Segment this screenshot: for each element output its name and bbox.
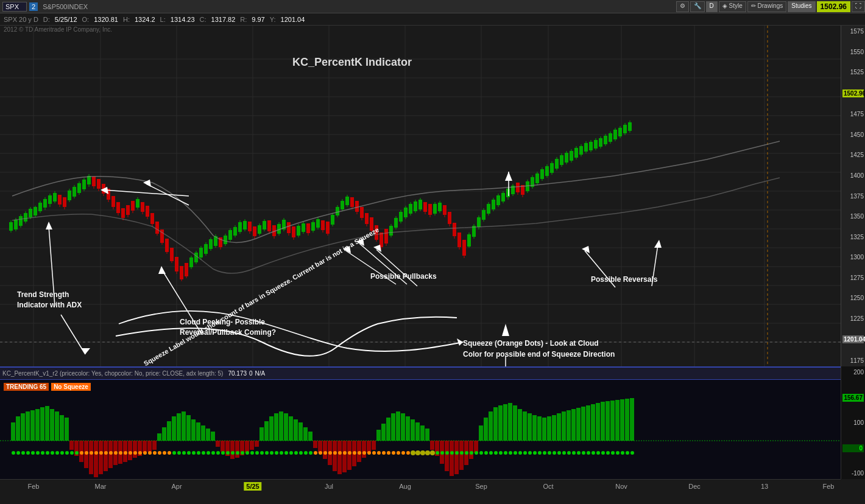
svg-point-526 — [430, 450, 435, 455]
svg-rect-355 — [221, 441, 225, 452]
svg-point-513 — [367, 451, 371, 455]
svg-rect-404 — [459, 441, 464, 470]
svg-rect-406 — [469, 441, 473, 459]
svg-rect-427 — [571, 409, 576, 441]
svg-rect-174 — [360, 207, 364, 218]
price-1300: 1300 — [842, 254, 864, 261]
svg-point-518 — [392, 451, 395, 455]
svg-point-463 — [124, 451, 127, 455]
svg-rect-433 — [601, 402, 605, 441]
svg-point-477 — [192, 451, 196, 455]
svg-rect-380 — [342, 441, 347, 472]
svg-point-541 — [504, 451, 507, 455]
studies-btn[interactable]: Studies — [788, 1, 815, 12]
svg-rect-412 — [498, 405, 503, 441]
svg-rect-200 — [423, 202, 427, 212]
svg-rect-146 — [292, 226, 295, 237]
svg-rect-432 — [596, 403, 600, 441]
svg-point-556 — [577, 451, 581, 455]
svg-point-546 — [528, 451, 532, 455]
svg-rect-38 — [29, 209, 32, 217]
svg-rect-407 — [474, 441, 478, 453]
svg-rect-321 — [55, 411, 59, 441]
svg-rect-369 — [289, 416, 293, 441]
svg-rect-172 — [355, 201, 359, 212]
style-btn[interactable]: ◈ Style — [719, 1, 746, 12]
svg-point-519 — [397, 451, 400, 455]
svg-rect-150 — [302, 223, 305, 232]
svg-rect-192 — [404, 208, 408, 217]
svg-point-508 — [343, 451, 347, 455]
svg-rect-148 — [297, 226, 300, 236]
svg-point-487 — [241, 451, 244, 455]
svg-rect-216 — [462, 240, 466, 256]
svg-rect-343 — [162, 427, 166, 441]
svg-point-479 — [202, 451, 205, 455]
svg-point-483 — [221, 451, 225, 455]
svg-rect-78 — [126, 205, 130, 215]
svg-point-563 — [611, 451, 615, 455]
svg-rect-320 — [50, 409, 54, 441]
svg-point-542 — [509, 451, 512, 455]
svg-rect-428 — [576, 408, 581, 441]
svg-rect-323 — [65, 418, 69, 441]
svg-rect-210 — [448, 212, 451, 224]
svg-rect-164 — [336, 207, 339, 215]
ohlc-bar: SPX 20 y D D: 5/25/12 O: 1320.81 H: 1324… — [0, 13, 865, 26]
svg-rect-422 — [547, 416, 551, 441]
price-1250: 1250 — [842, 295, 864, 301]
svg-rect-358 — [235, 441, 239, 458]
svg-rect-272 — [599, 138, 602, 147]
svg-rect-122 — [233, 227, 237, 236]
symbol-box[interactable]: SPX — [2, 2, 27, 12]
svg-rect-132 — [258, 225, 261, 234]
price-1375: 1375 — [842, 193, 864, 200]
svg-point-534 — [470, 451, 473, 455]
svg-rect-375 — [318, 441, 322, 453]
svg-point-498 — [294, 451, 298, 455]
svg-rect-44 — [43, 199, 47, 208]
svg-rect-96 — [170, 248, 174, 261]
date-525: 5/25 — [244, 482, 261, 491]
date-aug: Aug — [399, 483, 411, 490]
svg-rect-66 — [97, 179, 101, 189]
pencil-icon: ✏ — [751, 2, 756, 9]
svg-rect-376 — [323, 441, 327, 459]
svg-point-559 — [591, 451, 595, 455]
svg-point-553 — [562, 451, 566, 455]
svg-point-464 — [129, 451, 132, 455]
price-y: 1201.04 — [842, 335, 864, 343]
price-1275: 1275 — [842, 275, 864, 281]
price-1325: 1325 — [842, 234, 864, 240]
svg-rect-410 — [489, 411, 493, 441]
svg-point-459 — [104, 451, 108, 455]
svg-rect-274 — [604, 136, 607, 144]
svg-rect-196 — [414, 201, 417, 211]
svg-rect-254 — [555, 159, 559, 169]
svg-point-521 — [406, 451, 410, 455]
gear-btn[interactable]: ⚙ — [676, 1, 689, 12]
svg-point-565 — [621, 451, 624, 455]
svg-rect-248 — [540, 169, 544, 179]
svg-rect-438 — [625, 399, 629, 441]
svg-rect-348 — [186, 415, 191, 441]
svg-point-517 — [387, 451, 390, 455]
drawings-btn[interactable]: ✏ Drawings — [747, 1, 786, 12]
svg-point-450 — [60, 451, 64, 455]
svg-rect-316 — [30, 410, 35, 441]
d-btn[interactable]: D — [706, 1, 718, 12]
maximize-btn[interactable]: ⛶ — [852, 1, 865, 12]
price-1175: 1175 — [842, 357, 864, 364]
tool-btn[interactable]: 🔧 — [690, 1, 705, 12]
svg-point-467 — [143, 451, 147, 455]
svg-point-488 — [245, 451, 249, 455]
svg-rect-252 — [550, 163, 554, 173]
svg-rect-212 — [453, 223, 456, 236]
svg-rect-387 — [376, 430, 381, 441]
svg-rect-367 — [279, 411, 283, 441]
svg-point-533 — [465, 451, 468, 455]
svg-rect-337 — [133, 441, 137, 458]
svg-rect-331 — [104, 441, 108, 471]
svg-rect-372 — [303, 427, 308, 441]
svg-rect-397 — [425, 429, 429, 441]
